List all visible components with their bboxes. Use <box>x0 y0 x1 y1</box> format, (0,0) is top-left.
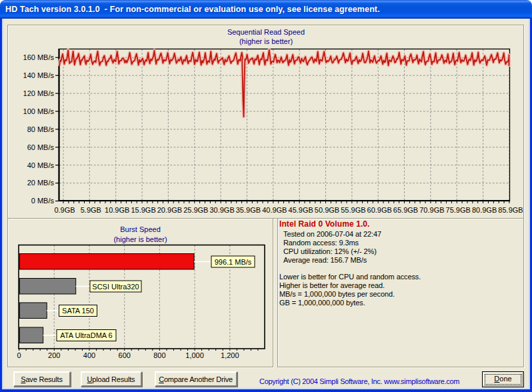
svg-text:60.9GB: 60.9GB <box>367 206 392 214</box>
svg-text:20 MB/s: 20 MB/s <box>27 179 55 187</box>
svg-text:400: 400 <box>83 351 95 359</box>
svg-text:600: 600 <box>119 351 131 359</box>
svg-text:0.9GB: 0.9GB <box>54 206 75 214</box>
svg-text:800: 800 <box>153 351 165 359</box>
svg-text:45.9GB: 45.9GB <box>289 206 313 214</box>
svg-text:55.9GB: 55.9GB <box>341 206 365 214</box>
svg-text:25.9GB: 25.9GB <box>183 206 208 214</box>
svg-text:5.9GB: 5.9GB <box>81 206 101 214</box>
svg-text:70.9GB: 70.9GB <box>419 206 444 214</box>
svg-text:35.9GB: 35.9GB <box>236 206 261 214</box>
svg-text:1,000: 1,000 <box>185 351 204 359</box>
svg-text:200: 200 <box>48 351 60 359</box>
svg-text:85.9GB: 85.9GB <box>498 206 523 214</box>
svg-text:0: 0 <box>17 351 21 359</box>
svg-text:120 MB/s: 120 MB/s <box>23 89 55 97</box>
svg-text:SCSI Ultra320: SCSI Ultra320 <box>92 283 139 291</box>
svg-text:SATA 150: SATA 150 <box>62 307 94 315</box>
svg-text:10.9GB: 10.9GB <box>105 206 129 214</box>
svg-text:40 MB/s: 40 MB/s <box>27 161 55 169</box>
svg-text:50.9GB: 50.9GB <box>315 206 339 214</box>
svg-text:20.9GB: 20.9GB <box>157 206 182 214</box>
svg-text:75.9GB: 75.9GB <box>446 206 471 214</box>
svg-text:30.9GB: 30.9GB <box>209 206 234 214</box>
svg-text:160 MB/s: 160 MB/s <box>23 53 55 61</box>
svg-text:65.9GB: 65.9GB <box>393 206 418 214</box>
svg-text:1,200: 1,200 <box>221 351 239 359</box>
svg-text:80 MB/s: 80 MB/s <box>27 125 55 133</box>
svg-text:ATA UltraDMA 6: ATA UltraDMA 6 <box>60 331 112 339</box>
svg-text:80.9GB: 80.9GB <box>472 206 497 214</box>
svg-text:100 MB/s: 100 MB/s <box>23 107 55 115</box>
svg-text:0 MB/s: 0 MB/s <box>31 197 55 205</box>
svg-text:996.1 MB/s: 996.1 MB/s <box>215 258 252 266</box>
svg-text:140 MB/s: 140 MB/s <box>23 71 55 79</box>
svg-text:15.9GB: 15.9GB <box>131 206 155 214</box>
svg-text:40.9GB: 40.9GB <box>262 206 287 214</box>
svg-text:60 MB/s: 60 MB/s <box>27 143 55 151</box>
